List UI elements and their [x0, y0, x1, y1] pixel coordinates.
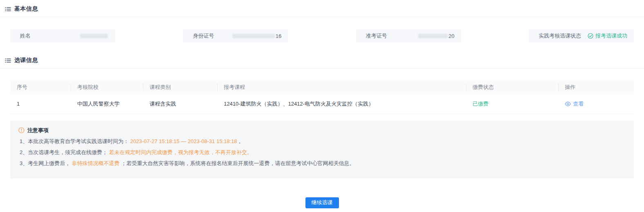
name-field: 姓名 [10, 29, 115, 42]
col-header-payment: 缴费状态 [466, 80, 558, 94]
notice-item-3-highlight: 非特殊情况概不退费 [72, 160, 120, 166]
ticket-value-suffix: 20 [448, 33, 454, 39]
basic-info-fields: 姓名 身份证号 16 准考证号 20 实践考核选课状态 [10, 29, 634, 42]
table-row: 1 中国人民警察大学 课程含实践 12410-建筑防火（实践）、12412-电气… [10, 94, 634, 114]
course-table: 序号 考核院校 课程类别 报考课程 缴费状态 操作 1 中国人民警察大学 课程含… [10, 80, 634, 114]
id-number-value: 16 [232, 33, 281, 39]
notice-item-1-highlight: 2023-07-27 15:18:15 — 2023-08-31 15:18:1… [130, 138, 237, 144]
basic-info-header: 基本信息 [0, 0, 644, 17]
notice-box: 注意事项 1、本批次高等教育自学考试实践选课时间为： 2023-07-27 15… [10, 121, 634, 179]
table-header: 序号 考核院校 课程类别 报考课程 缴费状态 操作 [10, 80, 634, 94]
page: 基本信息 姓名 身份证号 16 准考证号 20 实践考核选课状态 [0, 0, 644, 212]
masked-value-blur [232, 34, 275, 38]
notice-item-1-suffix: 。 [238, 138, 244, 144]
col-header-action: 操作 [558, 80, 634, 94]
masked-value-blur [418, 34, 448, 38]
notice-item-1: 1、本批次高等教育自学考试实践选课时间为： 2023-07-27 15:18:1… [18, 136, 624, 147]
col-header-school: 考核院校 [71, 80, 143, 94]
view-link[interactable]: 查看 [565, 100, 584, 108]
notice-item-3-suffix: ；若受重大自然灾害等影响，系统将在报名结束后开展统一退费，请在留意考试中心官网相… [121, 160, 354, 166]
notice-item-2: 2、当次选课考生，须完成在线缴费； 若未在规定时间内完成缴费，视为报考无效，不再… [18, 147, 624, 158]
notice-item-2-prefix: 2、当次选课考生，须完成在线缴费； [20, 149, 107, 155]
notice-title: 注意事项 [27, 127, 49, 134]
cell-category: 课程含实践 [143, 94, 217, 114]
selection-status-field: 实践考核选课状态 报考选课成功 [529, 29, 634, 42]
id-value-suffix: 16 [276, 33, 281, 39]
notice-item-1-prefix: 1、本批次高等教育自学考试实践选课时间为： [20, 138, 129, 144]
masked-value-blur [80, 34, 108, 38]
basic-info-title: 基本信息 [14, 5, 38, 13]
notice-header: 注意事项 [18, 127, 624, 134]
name-label: 姓名 [20, 32, 31, 40]
cell-courses: 12410-建筑防火（实践）、12412-电气防火及火灾监控（实践） [217, 94, 466, 114]
divider [0, 68, 644, 68]
list-icon [5, 6, 11, 12]
notice-item-3-prefix: 3、考生网上缴费后， [20, 160, 70, 166]
course-info-title: 选课信息 [14, 57, 38, 64]
col-header-category: 课程类别 [143, 80, 217, 94]
cell-school: 中国人民警察大学 [71, 94, 143, 114]
divider [0, 17, 644, 17]
ticket-number-label: 准考证号 [366, 32, 387, 40]
cell-action: 查看 [558, 94, 634, 114]
status-badge: 报考选课成功 [588, 32, 627, 40]
course-info-header: 选课信息 [0, 51, 644, 68]
notice-item-2-highlight: 若未在规定时间内完成缴费，视为报考无效，不再开放补交。 [109, 149, 252, 155]
col-header-seq: 序号 [10, 80, 71, 94]
continue-selection-button[interactable]: 继续选课 [305, 197, 339, 208]
cell-seq: 1 [10, 94, 71, 114]
eye-icon [565, 102, 571, 106]
name-value [80, 34, 109, 38]
list-icon [5, 57, 11, 64]
selection-status-label: 实践考核选课状态 [539, 32, 581, 40]
ticket-number-value: 20 [418, 33, 454, 39]
view-link-text: 查看 [573, 100, 584, 108]
payment-status-text: 已缴费 [472, 101, 488, 107]
id-number-field: 身份证号 16 [183, 29, 288, 42]
footer: 继续选课 [0, 197, 644, 208]
warning-icon [18, 127, 25, 133]
col-header-courses: 报考课程 [217, 80, 466, 94]
check-circle-icon [588, 33, 593, 39]
id-number-label: 身份证号 [193, 32, 214, 40]
cell-payment-status: 已缴费 [466, 94, 558, 114]
status-text: 报考选课成功 [595, 32, 627, 40]
ticket-number-field: 准考证号 20 [356, 29, 461, 42]
notice-item-3: 3、考生网上缴费后， 非特殊情况概不退费 ；若受重大自然灾害等影响，系统将在报名… [18, 158, 624, 169]
